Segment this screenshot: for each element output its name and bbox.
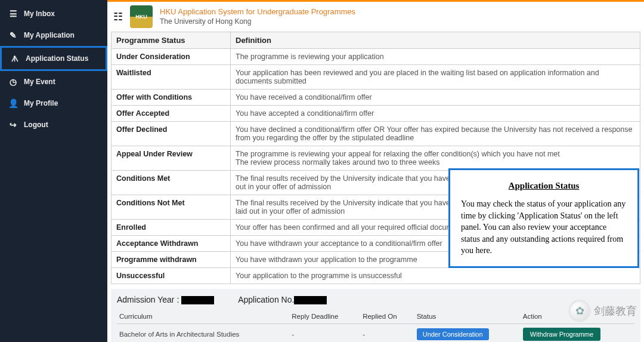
inbox-icon: ☰	[8, 9, 18, 19]
sidebar-item-label: Logout	[24, 121, 48, 129]
app-name: HKU Application System for Undergraduate…	[160, 7, 355, 17]
withdraw-button[interactable]: Withdraw Programme	[523, 328, 600, 341]
sidebar: ☰ My Inbox ✎ My Application ⩚ Applicatio…	[0, 0, 107, 342]
admission-year-label: Admission Year :	[117, 295, 179, 304]
header-titles: HKU Application System for Undergraduate…	[160, 7, 355, 26]
cell-curriculum: Bachelor of Arts in Architectural Studie…	[117, 324, 289, 342]
sidebar-item-profile[interactable]: 👤 My Profile	[0, 93, 107, 114]
programme-row: Bachelor of Arts in Architectural Studie…	[117, 324, 634, 342]
status-cell: Offer with Conditions	[112, 90, 231, 106]
hku-logo: HKU	[130, 5, 153, 28]
status-row: UnsuccessfulYour application to the prog…	[112, 268, 640, 284]
definition-cell: Your application has been reviewed and y…	[231, 65, 640, 90]
definition-cell: You have accepted a conditional/firm off…	[231, 106, 640, 122]
flower-icon: ✿	[570, 301, 589, 321]
edit-icon: ✎	[8, 30, 18, 40]
status-row: Appeal Under ReviewThe programme is revi…	[112, 146, 640, 171]
status-cell: Unsuccessful	[112, 268, 231, 284]
cell-reply-deadline: -	[289, 324, 360, 342]
page-header: ☷ HKU HKU Application System for Undergr…	[107, 2, 644, 32]
definition-cell: The programme is reviewing your applicat…	[231, 49, 640, 65]
sidebar-item-inbox[interactable]: ☰ My Inbox	[0, 3, 107, 24]
univ-name: The University of Hong Kong	[160, 17, 355, 27]
sidebar-item-application-status[interactable]: ⩚ Application Status	[0, 46, 107, 71]
watermark: ✿ 剑藤教育	[570, 301, 637, 321]
status-row: Offer DeclinedYou have declined a condit…	[112, 122, 640, 146]
status-row: Under ConsiderationThe programme is revi…	[112, 49, 640, 65]
redacted-appno	[294, 296, 327, 304]
watermark-text: 剑藤教育	[594, 304, 637, 318]
sidebar-item-event[interactable]: ◷ My Event	[0, 71, 107, 93]
col-curriculum: Curriculum	[117, 309, 289, 324]
sidebar-item-label: My Application	[24, 31, 75, 39]
status-cell: Conditions Met	[112, 171, 231, 195]
col-definition-header: Definition	[231, 32, 640, 49]
status-badge: Under Consideration	[417, 328, 489, 340]
col-status: Status	[414, 309, 521, 324]
programme-table: Curriculum Reply Deadline Replied On Sta…	[117, 309, 634, 342]
hamburger-icon[interactable]: ☷	[113, 10, 123, 23]
admission-info: Admission Year : Application No.	[117, 295, 634, 304]
col-replied-on: Replied On	[360, 309, 414, 324]
status-cell: Enrolled	[112, 220, 231, 236]
col-status-header: Programme Status	[112, 32, 231, 49]
application-summary: Admission Year : Application No. Curricu…	[111, 289, 640, 342]
cell-replied-on: -	[360, 324, 414, 342]
pulse-icon: ⩚	[10, 54, 20, 63]
clock-icon: ◷	[8, 77, 18, 87]
help-title: Application Status	[461, 180, 627, 192]
logout-icon: ↪	[8, 120, 18, 130]
sidebar-item-label: My Event	[24, 78, 55, 86]
user-icon: 👤	[8, 98, 18, 108]
status-cell: Acceptance Withdrawn	[112, 236, 231, 252]
definition-cell: Your application to the programme is uns…	[231, 268, 640, 284]
status-cell: Offer Accepted	[112, 106, 231, 122]
status-row: WaitlistedYour application has been revi…	[112, 65, 640, 90]
sidebar-item-logout[interactable]: ↪ Logout	[0, 114, 107, 135]
status-cell: Under Consideration	[112, 49, 231, 65]
sidebar-item-label: My Profile	[24, 99, 58, 107]
status-cell: Waitlisted	[112, 65, 231, 90]
status-cell: Appeal Under Review	[112, 146, 231, 171]
col-reply-deadline: Reply Deadline	[289, 309, 360, 324]
sidebar-item-label: Application Status	[26, 54, 88, 63]
status-cell: Offer Declined	[112, 122, 231, 146]
status-cell: Conditions Not Met	[112, 195, 231, 220]
status-row: Offer AcceptedYou have accepted a condit…	[112, 106, 640, 122]
definition-cell: You have declined a conditional/firm off…	[231, 122, 640, 146]
status-cell: Programme withdrawn	[112, 252, 231, 268]
help-popup: Application Status You may check the sta…	[448, 168, 639, 268]
definition-cell: The programme is reviewing your appeal f…	[231, 146, 640, 171]
redacted-year	[181, 296, 214, 304]
definition-cell: You have received a conditional/firm off…	[231, 90, 640, 106]
sidebar-item-label: My Inbox	[24, 10, 55, 18]
sidebar-item-application[interactable]: ✎ My Application	[0, 24, 107, 46]
application-no-label: Application No.	[238, 295, 294, 304]
help-body: You may check the status of your applica…	[461, 198, 627, 257]
status-row: Offer with ConditionsYou have received a…	[112, 90, 640, 106]
